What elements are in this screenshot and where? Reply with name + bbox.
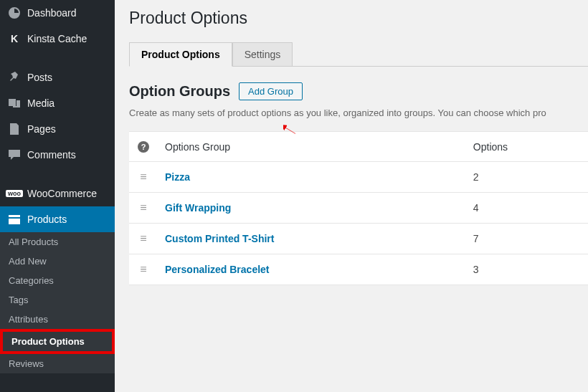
option-count: 7 — [466, 224, 588, 254]
pages-icon — [7, 122, 22, 136]
col-header-options: Options — [466, 132, 588, 162]
help-icon[interactable]: ? — [138, 141, 149, 153]
menu-label: Posts — [27, 72, 52, 83]
group-link[interactable]: Pizza — [165, 171, 190, 183]
admin-sidebar: Dashboard K Kinsta Cache Posts Media Pag… — [0, 0, 115, 392]
group-link[interactable]: Custom Printed T-Shirt — [165, 233, 274, 244]
menu-label: Media — [27, 97, 54, 109]
section-description: Create as many sets of product options a… — [129, 107, 588, 118]
section-title: Option Groups — [129, 83, 230, 100]
drag-handle-icon[interactable]: ≡ — [140, 201, 146, 214]
submenu-categories[interactable]: Categories — [0, 271, 115, 290]
menu-media[interactable]: Media — [0, 90, 115, 116]
submenu-attributes[interactable]: Attributes — [0, 310, 115, 329]
option-groups-table: ? Options Group Options ≡ Pizza 2 ≡ Gift… — [129, 131, 588, 285]
drag-handle-icon[interactable]: ≡ — [140, 171, 146, 183]
table-row: ≡ Pizza 2 — [129, 162, 588, 193]
woocommerce-icon: woo — [7, 186, 22, 201]
group-link[interactable]: Gift Wrapping — [165, 202, 231, 214]
products-submenu: All Products Add New Categories Tags Att… — [0, 232, 115, 373]
table-row: ≡ Custom Printed T-Shirt 7 — [129, 224, 588, 254]
page-title: Product Options — [129, 9, 588, 28]
tab-settings[interactable]: Settings — [232, 42, 293, 66]
nav-tabs: Product Options Settings — [129, 42, 588, 67]
option-count: 3 — [466, 254, 588, 285]
submenu-product-options[interactable]: Product Options — [3, 332, 112, 351]
table-row: ≡ Personalized Bracelet 3 — [129, 254, 588, 285]
menu-label: WooCommerce — [27, 188, 97, 199]
annotation-highlight: Product Options — [0, 329, 115, 354]
dashboard-icon — [7, 6, 22, 20]
menu-woocommerce[interactable]: woo WooCommerce — [0, 181, 115, 206]
menu-label: Kinsta Cache — [27, 33, 87, 44]
group-link[interactable]: Personalized Bracelet — [165, 264, 270, 275]
submenu-tags[interactable]: Tags — [0, 290, 115, 310]
menu-kinsta[interactable]: K Kinsta Cache — [0, 26, 115, 52]
media-icon — [7, 96, 22, 110]
menu-label: Pages — [27, 123, 56, 135]
table-row: ≡ Gift Wrapping 4 — [129, 193, 588, 224]
comments-icon — [7, 148, 22, 162]
menu-posts[interactable]: Posts — [0, 64, 115, 90]
menu-comments[interactable]: Comments — [0, 142, 115, 168]
menu-dashboard[interactable]: Dashboard — [0, 0, 115, 26]
drag-handle-icon[interactable]: ≡ — [140, 263, 146, 275]
add-group-button[interactable]: Add Group — [239, 82, 303, 100]
pin-icon — [7, 70, 22, 85]
option-count: 2 — [466, 162, 588, 193]
col-header-group: Options Group — [158, 132, 466, 162]
menu-label: Comments — [27, 149, 76, 161]
tab-product-options[interactable]: Product Options — [129, 42, 232, 67]
products-icon — [7, 212, 22, 226]
drag-handle-icon[interactable]: ≡ — [140, 232, 146, 244]
submenu-reviews[interactable]: Reviews — [0, 354, 115, 373]
submenu-add-new[interactable]: Add New — [0, 252, 115, 271]
option-count: 4 — [466, 193, 588, 224]
menu-pages[interactable]: Pages — [0, 116, 115, 142]
menu-label: Dashboard — [27, 7, 77, 19]
submenu-all-products[interactable]: All Products — [0, 232, 115, 252]
menu-products[interactable]: Products — [0, 206, 115, 232]
menu-label: Products — [27, 214, 67, 225]
main-content: Product Options Product Options Settings… — [115, 0, 588, 392]
kinsta-icon: K — [7, 32, 22, 46]
